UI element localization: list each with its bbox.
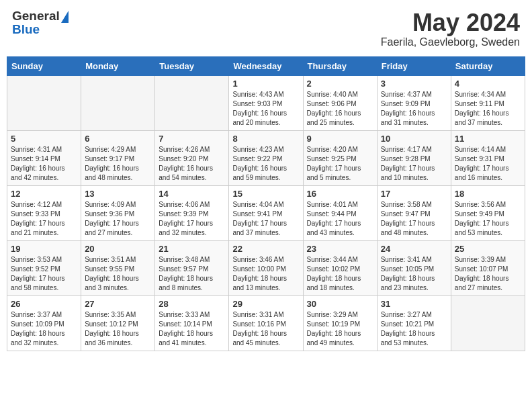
calendar-cell: 14Sunrise: 4:06 AM Sunset: 9:39 PM Dayli… bbox=[155, 185, 229, 240]
col-wednesday: Wednesday bbox=[229, 56, 303, 75]
calendar-week-2: 5Sunrise: 4:31 AM Sunset: 9:14 PM Daylig… bbox=[7, 130, 525, 185]
day-number: 24 bbox=[381, 244, 447, 254]
day-info: Sunrise: 3:51 AM Sunset: 9:55 PM Dayligh… bbox=[85, 255, 151, 293]
calendar-cell: 18Sunrise: 3:56 AM Sunset: 9:49 PM Dayli… bbox=[451, 185, 525, 240]
calendar-cell: 15Sunrise: 4:04 AM Sunset: 9:41 PM Dayli… bbox=[229, 185, 303, 240]
page-header: General Blue May 2024 Faerila, Gaevlebor… bbox=[7, 7, 525, 51]
calendar-cell: 24Sunrise: 3:41 AM Sunset: 10:05 PM Dayl… bbox=[377, 240, 451, 295]
day-info: Sunrise: 3:44 AM Sunset: 10:02 PM Daylig… bbox=[307, 255, 373, 293]
calendar-cell: 27Sunrise: 3:35 AM Sunset: 10:12 PM Dayl… bbox=[81, 295, 155, 351]
day-info: Sunrise: 3:29 AM Sunset: 10:19 PM Daylig… bbox=[307, 310, 373, 348]
day-number: 26 bbox=[11, 299, 77, 309]
day-number: 3 bbox=[381, 79, 447, 89]
day-number: 20 bbox=[85, 244, 151, 254]
day-number: 10 bbox=[381, 134, 447, 144]
calendar-cell: 25Sunrise: 3:39 AM Sunset: 10:07 PM Dayl… bbox=[451, 240, 525, 295]
calendar-cell: 2Sunrise: 4:40 AM Sunset: 9:06 PM Daylig… bbox=[303, 75, 377, 130]
day-number: 19 bbox=[11, 244, 77, 254]
col-saturday: Saturday bbox=[451, 56, 525, 75]
day-info: Sunrise: 4:06 AM Sunset: 9:39 PM Dayligh… bbox=[159, 200, 225, 238]
day-number: 30 bbox=[307, 299, 373, 309]
calendar-cell: 5Sunrise: 4:31 AM Sunset: 9:14 PM Daylig… bbox=[7, 130, 81, 185]
day-info: Sunrise: 3:48 AM Sunset: 9:57 PM Dayligh… bbox=[159, 255, 225, 293]
calendar-cell: 21Sunrise: 3:48 AM Sunset: 9:57 PM Dayli… bbox=[155, 240, 229, 295]
calendar-week-4: 19Sunrise: 3:53 AM Sunset: 9:52 PM Dayli… bbox=[7, 240, 525, 295]
day-info: Sunrise: 4:12 AM Sunset: 9:33 PM Dayligh… bbox=[11, 200, 77, 238]
day-number: 22 bbox=[232, 244, 299, 254]
calendar-week-3: 12Sunrise: 4:12 AM Sunset: 9:33 PM Dayli… bbox=[7, 185, 525, 240]
day-info: Sunrise: 4:43 AM Sunset: 9:03 PM Dayligh… bbox=[232, 90, 299, 128]
day-info: Sunrise: 4:17 AM Sunset: 9:28 PM Dayligh… bbox=[381, 145, 447, 183]
day-info: Sunrise: 3:53 AM Sunset: 9:52 PM Dayligh… bbox=[11, 255, 77, 293]
day-info: Sunrise: 3:39 AM Sunset: 10:07 PM Daylig… bbox=[455, 255, 521, 293]
day-info: Sunrise: 4:20 AM Sunset: 9:25 PM Dayligh… bbox=[307, 145, 373, 183]
calendar-title: May 2024 bbox=[381, 9, 520, 36]
logo-blue: Blue bbox=[12, 23, 69, 36]
day-number: 8 bbox=[232, 134, 299, 144]
calendar-cell: 23Sunrise: 3:44 AM Sunset: 10:02 PM Dayl… bbox=[303, 240, 377, 295]
day-info: Sunrise: 4:37 AM Sunset: 9:09 PM Dayligh… bbox=[381, 90, 447, 128]
day-number: 18 bbox=[455, 189, 521, 199]
day-info: Sunrise: 4:23 AM Sunset: 9:22 PM Dayligh… bbox=[232, 145, 299, 183]
day-info: Sunrise: 4:26 AM Sunset: 9:20 PM Dayligh… bbox=[159, 145, 225, 183]
day-info: Sunrise: 3:37 AM Sunset: 10:09 PM Daylig… bbox=[11, 310, 77, 348]
day-info: Sunrise: 3:33 AM Sunset: 10:14 PM Daylig… bbox=[159, 310, 225, 348]
day-number: 29 bbox=[232, 299, 299, 309]
calendar-cell: 28Sunrise: 3:33 AM Sunset: 10:14 PM Dayl… bbox=[155, 295, 229, 351]
calendar-cell: 29Sunrise: 3:31 AM Sunset: 10:16 PM Dayl… bbox=[229, 295, 303, 351]
calendar-cell: 4Sunrise: 4:34 AM Sunset: 9:11 PM Daylig… bbox=[451, 75, 525, 130]
day-number: 31 bbox=[381, 299, 447, 309]
day-number: 17 bbox=[381, 189, 447, 199]
day-info: Sunrise: 4:31 AM Sunset: 9:14 PM Dayligh… bbox=[11, 145, 77, 183]
day-info: Sunrise: 4:29 AM Sunset: 9:17 PM Dayligh… bbox=[85, 145, 151, 183]
day-info: Sunrise: 4:09 AM Sunset: 9:36 PM Dayligh… bbox=[85, 200, 151, 238]
day-number: 6 bbox=[85, 134, 151, 144]
calendar-cell: 20Sunrise: 3:51 AM Sunset: 9:55 PM Dayli… bbox=[81, 240, 155, 295]
day-number: 12 bbox=[11, 189, 77, 199]
col-friday: Friday bbox=[377, 56, 451, 75]
calendar-cell: 13Sunrise: 4:09 AM Sunset: 9:36 PM Dayli… bbox=[81, 185, 155, 240]
calendar-cell: 10Sunrise: 4:17 AM Sunset: 9:28 PM Dayli… bbox=[377, 130, 451, 185]
calendar-cell bbox=[155, 75, 229, 130]
col-sunday: Sunday bbox=[7, 56, 81, 75]
calendar-table: Sunday Monday Tuesday Wednesday Thursday… bbox=[7, 56, 525, 351]
day-number: 15 bbox=[232, 189, 299, 199]
calendar-cell: 26Sunrise: 3:37 AM Sunset: 10:09 PM Dayl… bbox=[7, 295, 81, 351]
logo-text: General Blue bbox=[12, 9, 69, 36]
calendar-cell: 1Sunrise: 4:43 AM Sunset: 9:03 PM Daylig… bbox=[229, 75, 303, 130]
calendar-cell: 19Sunrise: 3:53 AM Sunset: 9:52 PM Dayli… bbox=[7, 240, 81, 295]
calendar-cell bbox=[81, 75, 155, 130]
col-thursday: Thursday bbox=[303, 56, 377, 75]
col-monday: Monday bbox=[81, 56, 155, 75]
calendar-cell: 3Sunrise: 4:37 AM Sunset: 9:09 PM Daylig… bbox=[377, 75, 451, 130]
logo: General Blue bbox=[12, 9, 69, 36]
day-number: 16 bbox=[307, 189, 373, 199]
day-info: Sunrise: 3:46 AM Sunset: 10:00 PM Daylig… bbox=[232, 255, 299, 293]
day-number: 2 bbox=[307, 79, 373, 89]
day-number: 14 bbox=[159, 189, 225, 199]
day-info: Sunrise: 3:31 AM Sunset: 10:16 PM Daylig… bbox=[232, 310, 299, 348]
calendar-cell: 11Sunrise: 4:14 AM Sunset: 9:31 PM Dayli… bbox=[451, 130, 525, 185]
day-number: 7 bbox=[159, 134, 225, 144]
day-info: Sunrise: 4:04 AM Sunset: 9:41 PM Dayligh… bbox=[232, 200, 299, 238]
day-number: 21 bbox=[159, 244, 225, 254]
day-info: Sunrise: 3:41 AM Sunset: 10:05 PM Daylig… bbox=[381, 255, 447, 293]
logo-general: General bbox=[12, 9, 69, 23]
calendar-cell: 31Sunrise: 3:27 AM Sunset: 10:21 PM Dayl… bbox=[377, 295, 451, 351]
day-info: Sunrise: 4:14 AM Sunset: 9:31 PM Dayligh… bbox=[455, 145, 521, 183]
day-number: 25 bbox=[455, 244, 521, 254]
calendar-week-5: 26Sunrise: 3:37 AM Sunset: 10:09 PM Dayl… bbox=[7, 295, 525, 351]
calendar-cell bbox=[451, 295, 525, 351]
day-info: Sunrise: 4:34 AM Sunset: 9:11 PM Dayligh… bbox=[455, 90, 521, 128]
day-number: 23 bbox=[307, 244, 373, 254]
calendar-header-row: Sunday Monday Tuesday Wednesday Thursday… bbox=[7, 56, 525, 75]
title-block: May 2024 Faerila, Gaevleborg, Sweden bbox=[381, 9, 520, 48]
day-number: 11 bbox=[455, 134, 521, 144]
day-info: Sunrise: 3:56 AM Sunset: 9:49 PM Dayligh… bbox=[455, 200, 521, 238]
calendar-cell: 8Sunrise: 4:23 AM Sunset: 9:22 PM Daylig… bbox=[229, 130, 303, 185]
calendar-cell: 16Sunrise: 4:01 AM Sunset: 9:44 PM Dayli… bbox=[303, 185, 377, 240]
calendar-cell: 30Sunrise: 3:29 AM Sunset: 10:19 PM Dayl… bbox=[303, 295, 377, 351]
day-number: 9 bbox=[307, 134, 373, 144]
day-number: 28 bbox=[159, 299, 225, 309]
day-info: Sunrise: 4:01 AM Sunset: 9:44 PM Dayligh… bbox=[307, 200, 373, 238]
